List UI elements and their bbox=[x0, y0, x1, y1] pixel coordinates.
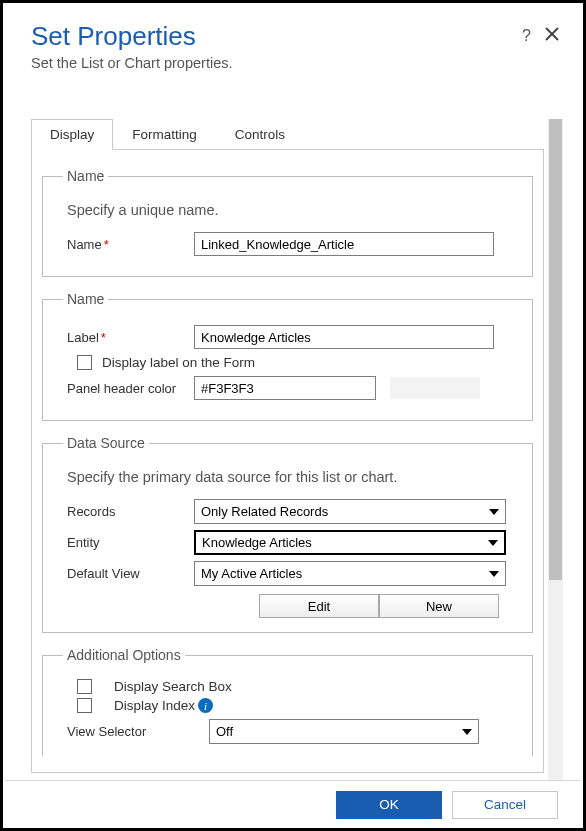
ok-button[interactable]: OK bbox=[336, 791, 442, 819]
tab-controls[interactable]: Controls bbox=[216, 119, 304, 149]
dialog-subtitle: Set the List or Chart properties. bbox=[31, 55, 233, 71]
default-view-select[interactable]: My Active Articles bbox=[194, 561, 506, 586]
new-button[interactable]: New bbox=[379, 594, 499, 618]
edit-button[interactable]: Edit bbox=[259, 594, 379, 618]
panel-color-input[interactable] bbox=[194, 376, 376, 400]
group-name: Name Specify a unique name. Name* bbox=[42, 168, 533, 277]
group-ds-desc: Specify the primary data source for this… bbox=[67, 469, 516, 485]
group-data-source: Data Source Specify the primary data sou… bbox=[42, 435, 533, 633]
entity-label: Entity bbox=[59, 535, 194, 550]
search-box-text: Display Search Box bbox=[114, 679, 232, 694]
display-label-checkbox[interactable] bbox=[77, 355, 92, 370]
name-input[interactable] bbox=[194, 232, 494, 256]
view-selector-label: View Selector bbox=[59, 724, 209, 739]
label-input[interactable] bbox=[194, 325, 494, 349]
display-index-text: Display Index bbox=[114, 698, 195, 713]
tab-panel-display: Name Specify a unique name. Name* Name L… bbox=[31, 150, 544, 773]
panel-color-swatch bbox=[390, 377, 480, 399]
group-name-desc: Specify a unique name. bbox=[67, 202, 516, 218]
tab-strip: Display Formatting Controls bbox=[31, 119, 544, 150]
vertical-scrollbar[interactable] bbox=[548, 119, 563, 828]
close-icon[interactable] bbox=[545, 27, 559, 45]
name-label: Name* bbox=[59, 237, 194, 252]
group-label-legend: Name bbox=[63, 291, 108, 307]
tab-formatting[interactable]: Formatting bbox=[113, 119, 216, 149]
info-icon[interactable]: i bbox=[198, 698, 213, 713]
group-opts-legend: Additional Options bbox=[63, 647, 185, 663]
help-icon[interactable]: ? bbox=[522, 27, 531, 45]
dialog-footer: OK Cancel bbox=[6, 780, 580, 828]
group-ds-legend: Data Source bbox=[63, 435, 149, 451]
display-index-checkbox[interactable] bbox=[77, 698, 92, 713]
dialog-title: Set Properties bbox=[31, 21, 233, 52]
search-box-checkbox[interactable] bbox=[77, 679, 92, 694]
cancel-button[interactable]: Cancel bbox=[452, 791, 558, 819]
view-selector-select[interactable]: Off bbox=[209, 719, 479, 744]
scrollbar-thumb[interactable] bbox=[549, 119, 562, 580]
default-view-label: Default View bbox=[59, 566, 194, 581]
records-label: Records bbox=[59, 504, 194, 519]
tab-display[interactable]: Display bbox=[31, 119, 113, 150]
display-label-text: Display label on the Form bbox=[102, 355, 255, 370]
records-select[interactable]: Only Related Records bbox=[194, 499, 506, 524]
group-label: Name Label* Display label on the Form Pa… bbox=[42, 291, 533, 421]
panel-color-label: Panel header color bbox=[59, 381, 194, 396]
label-label: Label* bbox=[59, 330, 194, 345]
group-name-legend: Name bbox=[63, 168, 108, 184]
entity-select[interactable]: Knowledge Articles bbox=[194, 530, 506, 555]
group-additional-options: Additional Options Display Search Box Di… bbox=[42, 647, 533, 756]
